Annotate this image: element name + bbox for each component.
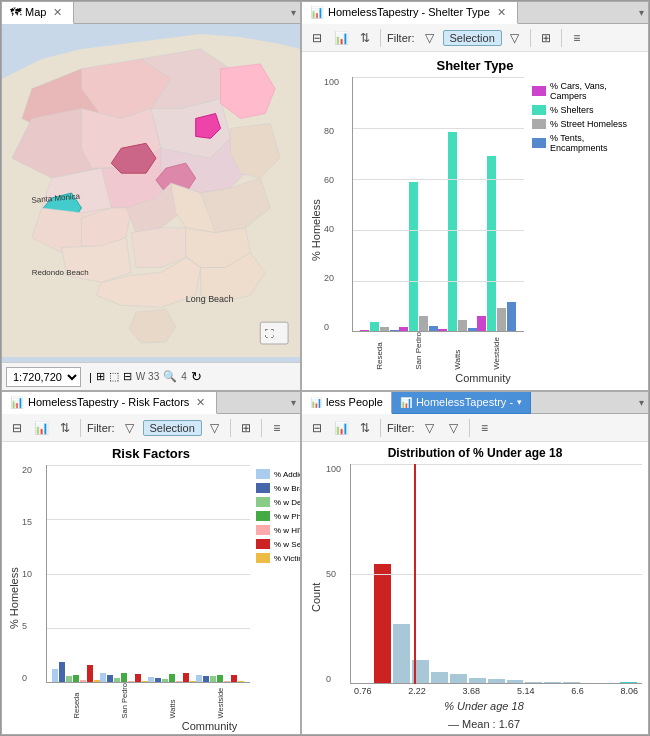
dist-panel: 📊 less People 📊 HomelessTapestry - ▾ ▾ ⊟…	[301, 391, 649, 735]
risk-close-btn[interactable]: ✕	[193, 396, 208, 409]
dist-filter-label: Filter:	[387, 422, 415, 434]
legend-dv: % Victims of Domestic Violence	[256, 553, 301, 563]
map-footer: 1:720,720 | ⊞ ⬚ ⊟ W 33 🔍 4 ↻	[2, 362, 300, 390]
risk-titlebar: 📊 HomelessTapestry - Risk Factors ✕ ▾	[2, 392, 300, 414]
refresh-btn[interactable]: ↻	[191, 369, 202, 384]
risk-tool-btn3[interactable]: ⇅	[54, 417, 76, 439]
shelter-tool-btn1[interactable]: ⊟	[306, 27, 328, 49]
risk-table-btn[interactable]: ⊞	[235, 417, 257, 439]
dist-chart-area: Distribution of % Under age 18 Count	[302, 442, 648, 734]
risk-panel: 📊 HomelessTapestry - Risk Factors ✕ ▾ ⊟ …	[1, 391, 301, 735]
mean-line	[414, 464, 416, 684]
risk-filter-icon-btn[interactable]: ▽	[119, 417, 141, 439]
grid-btn2[interactable]: ⊟	[123, 370, 132, 383]
risk-tab[interactable]: 📊 HomelessTapestry - Risk Factors ✕	[2, 392, 217, 414]
dist-menu-btn2[interactable]: ≡	[474, 417, 496, 439]
cars-swatch	[532, 86, 546, 96]
dist-menu-arrow[interactable]: ▾	[517, 397, 522, 407]
x-label-514: 5.14	[517, 686, 535, 696]
dist-tool-btn1[interactable]: ⊟	[306, 417, 328, 439]
legend-shelters: % Shelters	[532, 105, 638, 115]
westside-cars-bar	[477, 316, 486, 332]
shelters-swatch	[532, 105, 546, 115]
map-tab[interactable]: 🗺 Map ✕	[2, 2, 74, 24]
filter-icon-btn[interactable]: ▽	[419, 27, 441, 49]
legend-tents: % Tents, Encampments	[532, 133, 638, 153]
x-label-sanpedro: San Pedro	[414, 332, 423, 370]
tents-label: % Tents, Encampments	[550, 133, 638, 153]
risk-tab-icon: 📊	[10, 396, 24, 409]
shelter-chart-inner: % Homeless	[308, 77, 642, 384]
dist-chart-title: Distribution of % Under age 18	[308, 446, 642, 460]
shelter-close-btn[interactable]: ✕	[494, 6, 509, 19]
table-btn[interactable]: ⊞	[535, 27, 557, 49]
risk-tool-btn1[interactable]: ⊟	[6, 417, 28, 439]
map-svg: Santa Monica Redondo Beach Long Beach ⛶	[2, 24, 300, 362]
map-close-btn[interactable]: ✕	[50, 6, 65, 19]
shelter-menu-btn[interactable]: ▾	[634, 2, 648, 24]
dist-y-label: Count	[308, 464, 324, 730]
shelter-legend: % Cars, Vans, Campers % Shelters % Stree…	[528, 77, 642, 370]
shelter-tool-btn3[interactable]: ⇅	[354, 27, 376, 49]
dist-tool-btn3[interactable]: ⇅	[354, 417, 376, 439]
dist-tab-icon: 📊	[400, 397, 412, 408]
risk-chart-area: Risk Factors % Homeless	[2, 442, 300, 734]
scale-selector[interactable]: 1:720,720	[6, 367, 81, 387]
footer-w-label: W 33	[136, 371, 159, 382]
select-area-btn[interactable]: ⬚	[109, 370, 119, 383]
less-people-tab[interactable]: 📊 less People	[302, 392, 392, 414]
dist-tool-btn2[interactable]: 📊	[330, 417, 352, 439]
x-label-368: 3.68	[463, 686, 481, 696]
r-addicted	[52, 669, 58, 683]
shelter-y-label: % Homeless	[308, 77, 324, 384]
risk-selection-btn[interactable]: Selection	[143, 420, 202, 436]
toolbar-sep2	[530, 29, 531, 47]
map-menu-btn[interactable]: ▾	[286, 2, 300, 24]
westside-street-bar	[497, 308, 506, 332]
filter-options-btn[interactable]: ▽	[504, 27, 526, 49]
risk-menu-btn[interactable]: ▾	[286, 392, 300, 414]
dist-filter-options-btn[interactable]: ▽	[443, 417, 465, 439]
risk-filter-options-btn[interactable]: ▽	[204, 417, 226, 439]
mental-label: % w Serious Mental Illnesses	[274, 540, 301, 549]
map-content[interactable]: Santa Monica Redondo Beach Long Beach ⛶	[2, 24, 300, 362]
risk-menu-btn2[interactable]: ≡	[266, 417, 288, 439]
risk-tool-btn2[interactable]: 📊	[30, 417, 52, 439]
dist-menu-btn[interactable]: ▾	[634, 392, 648, 414]
risk-x-label: Community	[22, 720, 301, 732]
footer-num: 4	[181, 371, 187, 382]
dev-swatch	[256, 497, 270, 507]
risk-x-sanpedro: San Pedro	[120, 683, 129, 718]
westside-tents-bar	[507, 302, 516, 332]
shelter-chart-legend: 100 80 60 40 20 0	[324, 77, 642, 370]
legend-hiv: % w HIV/AIDS	[256, 525, 301, 535]
grid-tool-btn[interactable]: ⊞	[96, 370, 105, 383]
dist-x-axis-label: % Under age 18	[326, 700, 642, 712]
risk-legend: % Addicted % w Brain Injuries % w Develo…	[252, 465, 301, 718]
legend-brain: % w Brain Injuries	[256, 483, 301, 493]
svg-text:⛶: ⛶	[265, 328, 275, 339]
cars-label: % Cars, Vans, Campers	[550, 81, 638, 101]
svg-text:Redondo Beach: Redondo Beach	[32, 268, 89, 277]
risk-toolbar: ⊟ 📊 ⇅ Filter: ▽ Selection ▽ ⊞ ≡	[2, 414, 300, 442]
shelter-selection-btn[interactable]: Selection	[443, 30, 502, 46]
dist-tab[interactable]: 📊 HomelessTapestry - ▾	[392, 392, 531, 414]
legend-addicted: % Addicted	[256, 469, 301, 479]
shelter-tab[interactable]: 📊 HomelessTapestry - Shelter Type ✕	[302, 2, 518, 24]
x-label-66: 6.6	[571, 686, 584, 696]
shelter-titlebar: 📊 HomelessTapestry - Shelter Type ✕ ▾	[302, 2, 648, 24]
sanpedro-shelters-bar	[409, 182, 418, 332]
dist-tab-label: HomelessTapestry -	[416, 396, 513, 408]
phys-swatch	[256, 511, 270, 521]
dist-titlebar: 📊 less People 📊 HomelessTapestry - ▾ ▾	[302, 392, 648, 414]
hiv-label: % w HIV/AIDS	[274, 526, 301, 535]
menu-btn[interactable]: ≡	[566, 27, 588, 49]
shelter-filter-label: Filter:	[387, 32, 415, 44]
street-swatch	[532, 119, 546, 129]
legend-cars: % Cars, Vans, Campers	[532, 81, 638, 101]
shelter-tool-btn2[interactable]: 📊	[330, 27, 352, 49]
legend-dev: % w Developmental Disabilities	[256, 497, 301, 507]
dist-filter-icon-btn[interactable]: ▽	[419, 417, 441, 439]
zoom-btn[interactable]: 🔍	[163, 370, 177, 383]
map-tab-label: Map	[25, 6, 46, 18]
